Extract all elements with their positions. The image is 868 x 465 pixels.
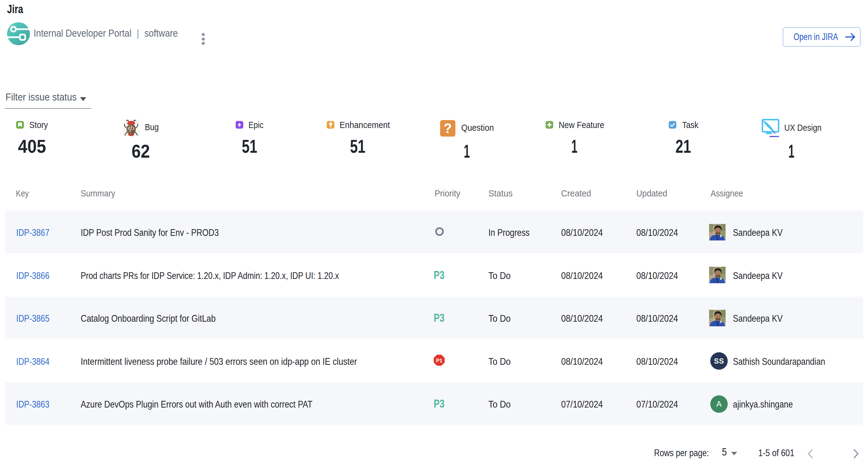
svg-text:P1: P1 xyxy=(436,358,442,364)
